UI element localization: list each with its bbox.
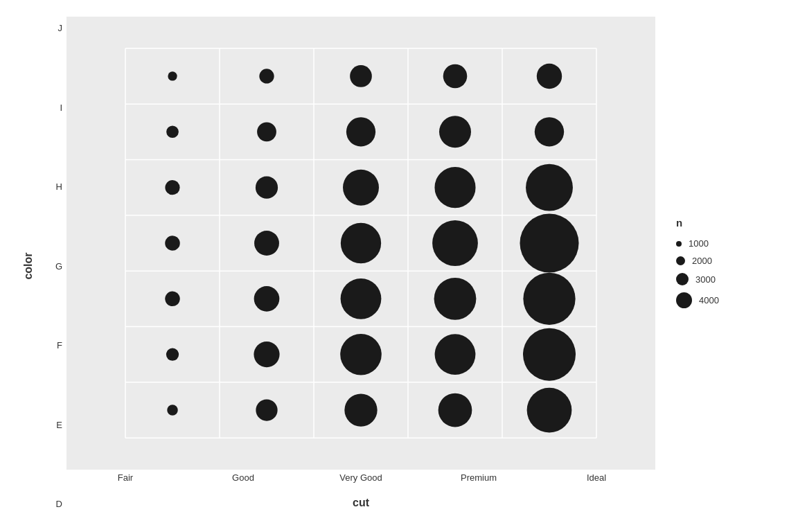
data-dot: [166, 125, 179, 138]
plot-svg: [66, 17, 655, 470]
data-dot: [166, 348, 179, 361]
legend-item: 2000: [676, 256, 773, 266]
data-dot: [167, 405, 178, 416]
data-dot: [527, 388, 572, 433]
legend-label: 1000: [689, 238, 709, 249]
x-tick-label: Ideal: [538, 472, 655, 490]
data-dot: [344, 393, 377, 426]
x-tick-labels: FairGoodVery GoodPremiumIdeal: [66, 470, 655, 490]
y-tick-label: E: [39, 420, 66, 429]
legend-items: 1000200030004000: [676, 238, 773, 315]
legend-title: n: [676, 217, 773, 229]
y-tick-label: F: [39, 341, 66, 350]
data-dot: [523, 328, 576, 381]
data-dot: [341, 223, 381, 263]
data-dot: [341, 278, 382, 319]
data-dot: [438, 393, 472, 427]
data-dot: [537, 64, 562, 89]
y-axis-label-container: color: [18, 17, 39, 515]
y-tick-label: H: [39, 182, 66, 191]
data-dot: [165, 236, 180, 251]
legend-item: 1000: [676, 238, 773, 249]
plot-with-axes: color JIHGFED FairGoodVery GoodPremiumId…: [18, 17, 655, 515]
data-dot: [526, 164, 573, 211]
data-dot: [257, 122, 276, 141]
data-dot: [343, 170, 379, 206]
y-tick-labels: JIHGFED: [39, 17, 66, 515]
x-axis-label: cut: [353, 497, 369, 509]
plot-area-wrapper: color JIHGFED FairGoodVery GoodPremiumId…: [18, 17, 655, 515]
legend-item: 3000: [676, 273, 773, 285]
x-tick-label: Good: [184, 472, 302, 490]
chart-container: color JIHGFED FairGoodVery GoodPremiumId…: [18, 17, 780, 515]
y-axis-label: color: [22, 252, 35, 279]
legend: n 1000200030004000: [669, 203, 780, 329]
data-dot: [434, 167, 475, 208]
data-dot: [256, 177, 278, 199]
data-dot: [165, 180, 179, 195]
data-dot: [254, 342, 279, 367]
x-tick-label: Very Good: [302, 472, 420, 490]
data-dot: [439, 116, 471, 148]
data-dot: [254, 231, 279, 256]
plot-inner: FairGoodVery GoodPremiumIdeal cut: [66, 17, 655, 515]
legend-circle: [676, 256, 685, 265]
x-axis-label-container: cut: [66, 490, 655, 515]
y-tick-label: I: [39, 103, 66, 112]
x-tick-label: Fair: [66, 472, 184, 490]
y-tick-label: G: [39, 262, 66, 271]
data-dot: [520, 213, 578, 272]
data-dot: [435, 334, 476, 375]
data-dot: [432, 220, 478, 266]
data-dot: [523, 273, 575, 325]
x-tick-label: Premium: [420, 472, 538, 490]
data-dot: [350, 65, 372, 87]
data-dot: [259, 69, 274, 83]
legend-circle: [676, 292, 692, 308]
legend-item: 4000: [676, 292, 773, 308]
data-dot: [256, 399, 277, 420]
legend-label: 2000: [692, 256, 712, 266]
data-dot: [254, 286, 280, 312]
data-dot: [535, 117, 564, 146]
y-tick-label: J: [39, 24, 66, 33]
data-dot: [434, 278, 477, 320]
data-dot: [443, 64, 468, 89]
legend-label: 3000: [695, 274, 716, 285]
legend-circle: [676, 241, 682, 247]
data-dot: [168, 71, 177, 80]
y-tick-label: D: [39, 499, 66, 508]
legend-label: 4000: [699, 295, 719, 305]
data-dot: [340, 334, 382, 375]
legend-circle: [676, 273, 689, 285]
data-dot: [165, 292, 179, 306]
data-dot: [346, 117, 375, 146]
grid-and-dots: [66, 17, 655, 470]
